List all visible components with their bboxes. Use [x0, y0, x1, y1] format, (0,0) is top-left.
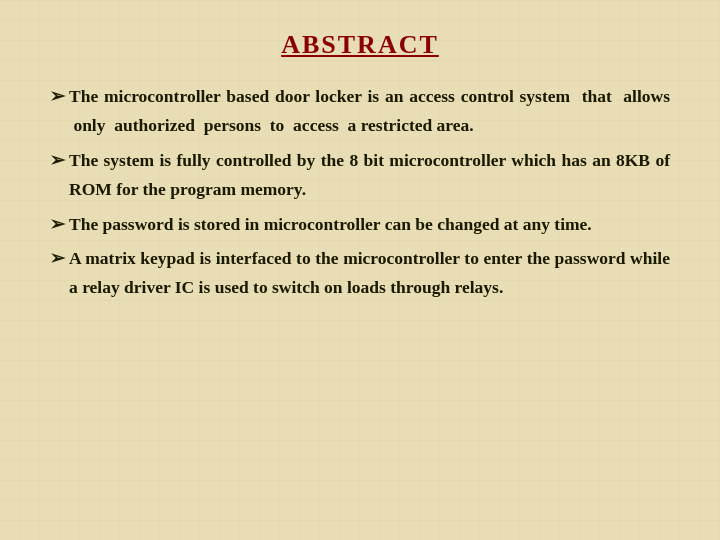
- bullet-2: ➢ The system is fully controlled by the …: [50, 146, 670, 204]
- content-area: ➢ The microcontroller based door locker …: [50, 82, 670, 308]
- page-title: ABSTRACT: [50, 30, 670, 60]
- bullet-4-text: A matrix keypad is interfaced to the mic…: [69, 244, 670, 302]
- bullet-icon-1: ➢: [50, 82, 65, 111]
- bullet-4: ➢ A matrix keypad is interfaced to the m…: [50, 244, 670, 302]
- bullet-3-text: The password is stored in microcontrolle…: [69, 210, 670, 239]
- bullet-1: ➢ The microcontroller based door locker …: [50, 82, 670, 140]
- bullet-1-text: The microcontroller based door locker is…: [69, 82, 670, 140]
- bullet-3: ➢ The password is stored in microcontrol…: [50, 210, 670, 239]
- bullet-icon-2: ➢: [50, 146, 65, 175]
- bullet-icon-4: ➢: [50, 244, 65, 273]
- page: ABSTRACT ➢ The microcontroller based doo…: [0, 0, 720, 540]
- bullet-icon-3: ➢: [50, 210, 65, 239]
- bullet-2-text: The system is fully controlled by the 8 …: [69, 146, 670, 204]
